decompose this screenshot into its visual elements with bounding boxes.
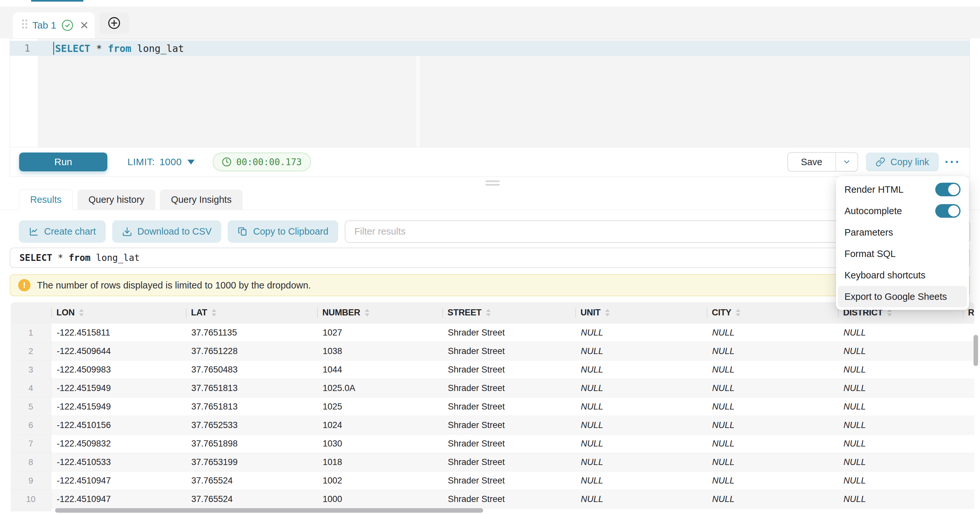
cell[interactable]: NULL (838, 434, 963, 453)
cell[interactable]: NULL (575, 324, 706, 342)
column-header[interactable]: CITY (706, 302, 838, 323)
tab-query-history[interactable]: Query history (78, 190, 155, 210)
tab-query-insights[interactable]: Query Insights (160, 190, 243, 210)
toggle[interactable] (935, 204, 961, 218)
cell[interactable]: Shrader Street (442, 397, 575, 416)
cell[interactable]: NULL (575, 397, 706, 416)
cell[interactable]: NULL (575, 471, 706, 490)
toggle[interactable] (935, 183, 961, 196)
cell[interactable]: Shrader Street (442, 490, 575, 508)
cell[interactable]: NULL (575, 379, 706, 397)
cell[interactable] (963, 490, 975, 508)
cell[interactable]: -122.4510947 (51, 490, 186, 508)
cell[interactable]: 1038 (317, 342, 442, 360)
cell[interactable]: 1000 (317, 490, 442, 508)
cell[interactable]: -122.4510947 (51, 471, 186, 490)
menu-item[interactable]: Keyboard shortcuts (838, 265, 967, 286)
cell[interactable]: 37.7651813 (186, 397, 317, 416)
cell[interactable]: -122.4509644 (51, 342, 186, 360)
table-row[interactable]: 6 -122.4510156 37.7652533 1024 Shrader S… (11, 416, 975, 434)
cell[interactable]: 1030 (317, 434, 442, 453)
table-row[interactable]: 10 -122.4510947 37.765524 1000 Shrader S… (11, 490, 975, 508)
create-chart-button[interactable]: Create chart (19, 220, 106, 243)
sort-icon[interactable] (887, 309, 892, 316)
sort-icon[interactable] (486, 309, 491, 316)
cell[interactable]: NULL (575, 509, 706, 511)
cell[interactable]: 37.7651228 (186, 342, 317, 360)
cell[interactable]: 37.7653199 (186, 453, 317, 471)
cell[interactable]: NULL (575, 490, 706, 508)
table-row[interactable]: 8 -122.4510533 37.7653199 1018 Shrader S… (11, 453, 975, 471)
column-header[interactable]: UNIT (575, 302, 706, 323)
sql-editor[interactable]: 1 SELECT * from long_lat Run LIMIT: 1000… (10, 38, 970, 177)
cell[interactable]: 1025 (317, 397, 442, 416)
cell[interactable]: Shrader Street (442, 342, 575, 360)
tab-results[interactable]: Results (19, 190, 73, 210)
cell[interactable]: 37.7651135 (186, 324, 317, 342)
cell[interactable] (963, 471, 975, 490)
cell[interactable]: NULL (838, 361, 963, 379)
table-row[interactable]: 2 -122.4509644 37.7651228 1038 Shrader S… (11, 342, 975, 360)
cell[interactable]: NULL (706, 453, 838, 471)
cell[interactable]: -122.4509983 (51, 361, 186, 379)
cell[interactable]: NULL (838, 416, 963, 434)
cell[interactable]: 1044 (317, 361, 442, 379)
cell[interactable]: NULL (706, 342, 838, 360)
cell[interactable]: NULL (706, 434, 838, 453)
vertical-scrollbar[interactable] (974, 335, 978, 366)
cell[interactable] (963, 361, 975, 379)
cell[interactable]: NULL (838, 509, 963, 511)
table-row[interactable]: 5 -122.4515949 37.7651813 1025 Shrader S… (11, 397, 975, 416)
cell[interactable]: NULL (706, 379, 838, 397)
cell[interactable] (963, 397, 975, 416)
menu-item[interactable]: Format SQL (838, 243, 967, 265)
cell[interactable]: Shrader Street (442, 471, 575, 490)
cell[interactable]: -122.4515949 (51, 379, 186, 397)
column-header[interactable]: NUMBER (317, 302, 442, 323)
cell[interactable]: Shrader Street (442, 361, 575, 379)
cell[interactable]: NULL (575, 342, 706, 360)
cell[interactable]: Shrader Street (442, 416, 575, 434)
cell[interactable]: 37.7650483 (186, 361, 317, 379)
copy-clipboard-button[interactable]: Copy to Clipboard (228, 220, 338, 243)
cell[interactable]: 1024 (317, 416, 442, 434)
cell[interactable]: NULL (706, 490, 838, 508)
cell[interactable] (963, 324, 975, 342)
tab-tab1[interactable]: Tab 1 ✕ (13, 12, 95, 38)
cell[interactable]: Shrader Street (442, 379, 575, 397)
cell[interactable]: NULL (575, 361, 706, 379)
cell[interactable]: -122.4515949 (51, 397, 186, 416)
pane-resize-handle[interactable] (485, 180, 500, 186)
cell[interactable] (963, 416, 975, 434)
cell[interactable]: NULL (706, 397, 838, 416)
cell[interactable]: NULL (706, 361, 838, 379)
cell[interactable]: NULL (575, 434, 706, 453)
horizontal-scrollbar[interactable] (55, 508, 483, 513)
cell[interactable]: NULL (706, 324, 838, 342)
cell[interactable]: NULL (838, 324, 963, 342)
column-header[interactable]: LON (51, 302, 186, 323)
sort-icon[interactable] (79, 309, 84, 316)
cell[interactable]: 1025.0A (317, 379, 442, 397)
cell[interactable]: NULL (838, 490, 963, 508)
table-row[interactable]: 9 -122.4510947 37.765524 1002 Shrader St… (11, 471, 975, 490)
cell[interactable] (963, 453, 975, 471)
cell[interactable]: NULL (838, 342, 963, 360)
cell[interactable]: NULL (706, 471, 838, 490)
cell[interactable]: NULL (706, 509, 838, 511)
cell[interactable] (963, 342, 975, 360)
cell[interactable]: -122.4509832 (51, 434, 186, 453)
cell[interactable]: -122.4510533 (51, 453, 186, 471)
cell[interactable]: NULL (838, 397, 963, 416)
table-row[interactable]: 1 -122.4515811 37.7651135 1027 Shrader S… (11, 323, 975, 342)
cell[interactable]: Shrader Street (442, 324, 575, 342)
cell[interactable]: 37.7652533 (186, 416, 317, 434)
cell[interactable]: 37.765524 (186, 490, 317, 508)
copy-link-button[interactable]: Copy link (866, 153, 939, 171)
column-header[interactable]: STREET (442, 302, 575, 323)
save-options-button[interactable] (835, 153, 858, 171)
sort-icon[interactable] (736, 309, 740, 316)
cell[interactable]: 1027 (317, 324, 442, 342)
cell[interactable]: -122.4510156 (51, 416, 186, 434)
sort-icon[interactable] (212, 309, 216, 316)
